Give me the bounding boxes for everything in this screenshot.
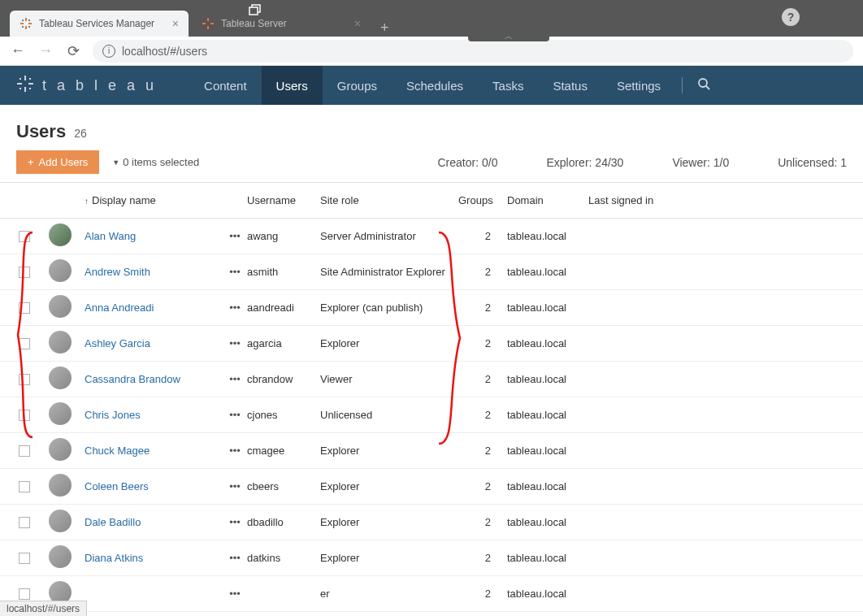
svg-rect-10 xyxy=(202,23,206,24)
table-row: •••er2tableau.local xyxy=(0,576,863,612)
row-checkbox[interactable] xyxy=(19,231,30,242)
row-checkbox[interactable] xyxy=(19,338,30,349)
selection-actions-dropdown[interactable]: ▼ 0 items selected xyxy=(112,156,199,168)
domain-cell: tableau.local xyxy=(507,552,588,564)
avatar[interactable] xyxy=(49,223,72,246)
avatar[interactable] xyxy=(49,295,72,318)
creator-count: Creator: 0/0 xyxy=(438,156,498,169)
col-username[interactable]: Username xyxy=(247,194,320,206)
avatar[interactable] xyxy=(49,474,72,497)
url-text: localhost/#/users xyxy=(122,45,207,58)
unlicensed-count: Unlicensed: 1 xyxy=(778,156,847,169)
groups-cell: 2 xyxy=(458,552,507,564)
username-cell: datkins xyxy=(247,552,320,564)
table-header-row: ↑Display name Username Site role Groups … xyxy=(0,183,863,219)
help-icon[interactable]: ? xyxy=(782,8,800,26)
site-info-icon[interactable]: i xyxy=(102,45,115,58)
user-name-link[interactable]: Alan Wang xyxy=(85,230,136,242)
row-actions-menu[interactable]: ••• xyxy=(223,480,247,492)
row-checkbox[interactable] xyxy=(19,374,30,385)
user-name-link[interactable]: Cassandra Brandow xyxy=(85,373,180,385)
avatar[interactable] xyxy=(49,259,72,282)
avatar[interactable] xyxy=(49,331,72,354)
nav-users[interactable]: Users xyxy=(262,66,323,105)
row-actions-menu[interactable]: ••• xyxy=(223,266,247,278)
search-icon[interactable] xyxy=(689,77,718,93)
dropdown-handle[interactable]: ︿ xyxy=(468,32,549,41)
row-checkbox[interactable] xyxy=(19,481,30,492)
svg-rect-6 xyxy=(22,26,24,28)
avatar[interactable] xyxy=(49,545,72,568)
new-tab-button[interactable]: + xyxy=(374,20,396,37)
col-domain[interactable]: Domain xyxy=(507,194,588,206)
nav-groups[interactable]: Groups xyxy=(323,66,392,105)
tableau-logo[interactable]: t a b l e a u xyxy=(16,75,157,97)
svg-line-22 xyxy=(706,86,709,89)
row-checkbox[interactable] xyxy=(19,410,30,421)
nav-divider xyxy=(682,77,683,93)
nav-content[interactable]: Content xyxy=(189,66,262,105)
user-name-link[interactable]: Dale Badillo xyxy=(85,516,141,528)
row-actions-menu[interactable]: ••• xyxy=(223,337,247,349)
user-name-link[interactable]: Coleen Beers xyxy=(85,480,149,492)
row-checkbox[interactable] xyxy=(19,302,30,314)
add-users-button[interactable]: + Add Users xyxy=(16,150,99,174)
row-checkbox[interactable] xyxy=(19,517,30,528)
user-name-link[interactable]: Chuck Magee xyxy=(85,445,150,457)
row-checkbox[interactable] xyxy=(19,267,30,278)
user-name-link[interactable]: Diana Atkins xyxy=(85,552,143,564)
nav-settings[interactable]: Settings xyxy=(602,66,675,105)
user-name-link[interactable]: Ashley Garcia xyxy=(85,337,150,349)
close-tab-icon[interactable]: × xyxy=(172,17,179,30)
explorer-count: Explorer: 24/30 xyxy=(546,156,623,169)
row-actions-menu[interactable]: ••• xyxy=(223,445,247,457)
row-actions-menu[interactable]: ••• xyxy=(223,409,247,421)
avatar[interactable] xyxy=(49,510,72,532)
browser-tab-1[interactable]: Tableau Services Manager × xyxy=(10,11,189,37)
close-tab-icon[interactable]: × xyxy=(354,17,361,30)
row-checkbox[interactable] xyxy=(19,445,30,457)
nav-status[interactable]: Status xyxy=(538,66,602,105)
table-row: Cassandra Brandow•••cbrandowViewer2table… xyxy=(0,362,863,397)
row-actions-menu[interactable]: ••• xyxy=(223,373,247,385)
row-actions-menu[interactable]: ••• xyxy=(223,552,247,564)
address-bar[interactable]: i localhost/#/users xyxy=(93,40,853,63)
restore-window-icon[interactable] xyxy=(245,2,263,23)
reload-button[interactable]: ⟳ xyxy=(65,42,81,60)
nav-tasks[interactable]: Tasks xyxy=(478,66,538,105)
back-button[interactable]: ← xyxy=(10,42,26,59)
forward-button[interactable]: → xyxy=(37,42,54,59)
table-row: Diana Atkins•••datkinsExplorer2tableau.l… xyxy=(0,540,863,576)
avatar[interactable] xyxy=(49,402,72,425)
domain-cell: tableau.local xyxy=(507,230,588,242)
row-actions-menu[interactable]: ••• xyxy=(223,301,247,314)
row-checkbox[interactable] xyxy=(19,553,30,564)
row-actions-menu[interactable]: ••• xyxy=(223,588,247,600)
row-checkbox[interactable] xyxy=(19,588,30,600)
page-head: Users 26 xyxy=(0,105,863,150)
browser-tab-2[interactable]: Tableau Server × xyxy=(192,11,371,37)
groups-cell: 2 xyxy=(458,445,507,457)
col-groups[interactable]: Groups xyxy=(458,194,507,206)
svg-rect-16 xyxy=(28,83,33,85)
row-actions-menu[interactable]: ••• xyxy=(223,516,247,528)
username-cell: cmagee xyxy=(247,445,320,457)
col-site-role[interactable]: Site role xyxy=(320,194,458,206)
svg-rect-0 xyxy=(25,18,27,21)
col-last-signed-in[interactable]: Last signed in xyxy=(588,194,686,206)
user-name-link[interactable]: Chris Jones xyxy=(85,409,141,421)
app-header: t a b l e a u Content Users Groups Sched… xyxy=(0,66,863,105)
svg-rect-19 xyxy=(20,88,21,89)
avatar[interactable] xyxy=(49,367,72,389)
role-cell: Explorer xyxy=(320,337,458,349)
user-name-link[interactable]: Anna Andreadi xyxy=(85,301,154,314)
browser-status-bar: localhost/#/users xyxy=(0,601,87,616)
avatar[interactable] xyxy=(49,438,72,461)
row-actions-menu[interactable]: ••• xyxy=(223,230,247,242)
col-display-name[interactable]: ↑Display name xyxy=(85,194,223,206)
action-bar: + Add Users ▼ 0 items selected Creator: … xyxy=(0,150,863,182)
username-cell: agarcia xyxy=(247,337,320,349)
user-name-link[interactable]: Andrew Smith xyxy=(85,266,150,278)
page-title: Users xyxy=(16,121,66,142)
nav-schedules[interactable]: Schedules xyxy=(392,66,478,105)
